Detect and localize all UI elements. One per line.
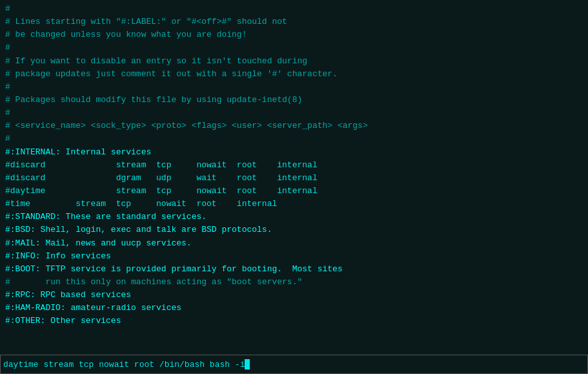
code-line: #:HAM-RADIO: amateur-radio services	[5, 302, 583, 315]
code-line: # <service_name> <sock_type> <proto> <fl…	[5, 119, 583, 132]
code-area: ## Lines starting with "#:LABEL:" or "#<…	[5, 3, 583, 351]
code-line: #time stream tcp nowait root internal	[5, 198, 583, 211]
code-line: #	[5, 3, 583, 16]
code-line: #:BOOT: TFTP service is provided primari…	[5, 263, 583, 276]
code-line: #discard stream tcp nowait root internal	[5, 159, 583, 172]
code-line: #:INFO: Info services	[5, 250, 583, 263]
cursor	[245, 359, 250, 369]
code-line: #	[5, 132, 583, 145]
input-text: daytime stream tcp nowait root /bin/bash…	[3, 360, 245, 369]
code-line: # package updates just comment it out wi…	[5, 68, 583, 81]
code-line: # If you want to disable an entry so it …	[5, 55, 583, 68]
terminal: ## Lines starting with "#:LABEL:" or "#<…	[0, 0, 588, 374]
code-line: #	[5, 41, 583, 54]
code-line: #:RPC: RPC based services	[5, 289, 583, 302]
input-line[interactable]: daytime stream tcp nowait root /bin/bash…	[0, 355, 588, 374]
code-line: # be changed unless you know what you ar…	[5, 28, 583, 41]
code-line: #daytime stream tcp nowait root internal	[5, 185, 583, 198]
code-line: #:BSD: Shell, login, exec and talk are B…	[5, 223, 583, 236]
code-line: #:OTHER: Other services	[5, 315, 583, 327]
code-line: #:STANDARD: These are standard services.	[5, 211, 583, 223]
code-line: #:MAIL: Mail, news and uucp services.	[5, 237, 583, 250]
code-line: #discard dgram udp wait root internal	[5, 172, 583, 185]
code-line: # Packages should modify this file by us…	[5, 94, 583, 107]
code-line: # run this only on machines acting as "b…	[5, 276, 583, 289]
code-line: #	[5, 81, 583, 94]
code-line: #:INTERNAL: Internal services	[5, 146, 583, 159]
code-line: # Lines starting with "#:LABEL:" or "#<o…	[5, 16, 583, 28]
code-line: #	[5, 107, 583, 119]
